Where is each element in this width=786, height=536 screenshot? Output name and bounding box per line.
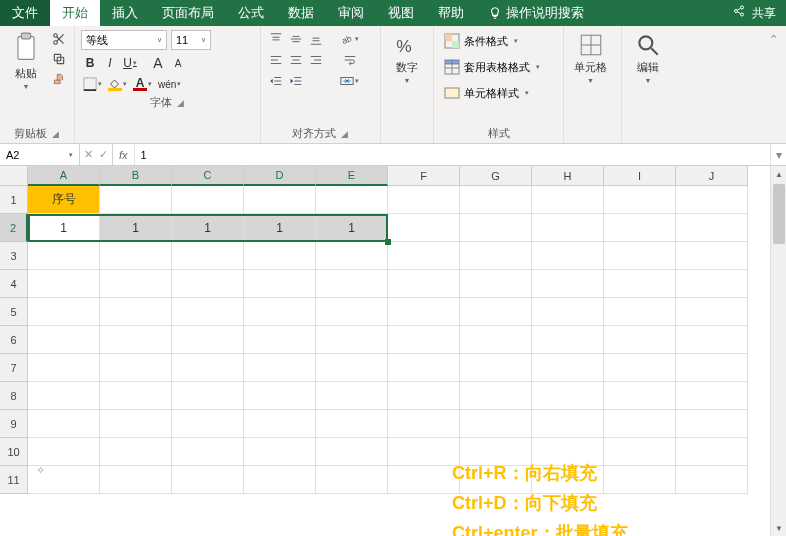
- select-all-corner[interactable]: [0, 166, 28, 186]
- cell-E7[interactable]: [316, 354, 388, 382]
- cell-C4[interactable]: [172, 270, 244, 298]
- scroll-up-button[interactable]: ▲: [771, 166, 786, 182]
- conditional-format-button[interactable]: 条件格式▾: [440, 30, 557, 52]
- paste-button[interactable]: 粘贴 ▼: [6, 30, 46, 92]
- cell-C2[interactable]: 1: [172, 214, 244, 242]
- cell-I11[interactable]: [604, 466, 676, 494]
- orientation-button[interactable]: ab▾: [340, 30, 359, 48]
- tab-page-layout[interactable]: 页面布局: [150, 0, 226, 26]
- row-header-3[interactable]: 3: [0, 242, 28, 270]
- cell-I7[interactable]: [604, 354, 676, 382]
- cut-button[interactable]: [50, 30, 68, 48]
- row-header-9[interactable]: 9: [0, 410, 28, 438]
- cell-C11[interactable]: [172, 466, 244, 494]
- cell-E5[interactable]: [316, 298, 388, 326]
- cell-E2[interactable]: 1: [316, 214, 388, 242]
- cell-F8[interactable]: [388, 382, 460, 410]
- cell-H2[interactable]: [532, 214, 604, 242]
- cell-I10[interactable]: [604, 438, 676, 466]
- cell-F7[interactable]: [388, 354, 460, 382]
- tab-review[interactable]: 审阅: [326, 0, 376, 26]
- cell-G7[interactable]: [460, 354, 532, 382]
- format-painter-button[interactable]: [50, 70, 68, 88]
- cell-B9[interactable]: [100, 410, 172, 438]
- cell-D10[interactable]: [244, 438, 316, 466]
- align-bottom-button[interactable]: [307, 30, 325, 48]
- column-header-G[interactable]: G: [460, 166, 532, 186]
- font-launcher[interactable]: ◢: [176, 98, 186, 108]
- row-header-1[interactable]: 1: [0, 186, 28, 214]
- tab-file[interactable]: 文件: [0, 0, 50, 26]
- cell-J8[interactable]: [676, 382, 748, 410]
- decrease-indent-button[interactable]: [267, 72, 285, 90]
- align-right-button[interactable]: [307, 51, 325, 69]
- cell-A9[interactable]: [28, 410, 100, 438]
- align-top-button[interactable]: [267, 30, 285, 48]
- cell-B5[interactable]: [100, 298, 172, 326]
- row-header-10[interactable]: 10: [0, 438, 28, 466]
- number-format-button[interactable]: % 数字 ▼: [387, 30, 427, 86]
- collapse-ribbon-button[interactable]: ⌃: [764, 30, 782, 48]
- cell-H1[interactable]: [532, 186, 604, 214]
- cell-J4[interactable]: [676, 270, 748, 298]
- cell-J6[interactable]: [676, 326, 748, 354]
- tab-formulas[interactable]: 公式: [226, 0, 276, 26]
- cell-A11[interactable]: [28, 466, 100, 494]
- cell-A4[interactable]: [28, 270, 100, 298]
- tab-help[interactable]: 帮助: [426, 0, 476, 26]
- cancel-edit-button[interactable]: ✕: [84, 148, 93, 161]
- column-header-H[interactable]: H: [532, 166, 604, 186]
- cell-F9[interactable]: [388, 410, 460, 438]
- cell-G5[interactable]: [460, 298, 532, 326]
- name-box[interactable]: A2 ▾: [0, 144, 80, 165]
- phonetic-button[interactable]: wén▾: [156, 75, 183, 93]
- row-header-5[interactable]: 5: [0, 298, 28, 326]
- cell-G6[interactable]: [460, 326, 532, 354]
- cell-G10[interactable]: [460, 438, 532, 466]
- cell-D3[interactable]: [244, 242, 316, 270]
- fill-handle[interactable]: [385, 239, 391, 245]
- formula-input[interactable]: 1: [135, 144, 770, 165]
- cell-G2[interactable]: [460, 214, 532, 242]
- column-header-D[interactable]: D: [244, 166, 316, 186]
- editing-button[interactable]: 编辑 ▼: [628, 30, 668, 86]
- cell-B11[interactable]: [100, 466, 172, 494]
- cell-F10[interactable]: [388, 438, 460, 466]
- row-header-6[interactable]: 6: [0, 326, 28, 354]
- cell-C8[interactable]: [172, 382, 244, 410]
- wrap-text-button[interactable]: [340, 51, 359, 69]
- cell-D1[interactable]: [244, 186, 316, 214]
- cell-B2[interactable]: 1: [100, 214, 172, 242]
- scroll-thumb[interactable]: [773, 184, 785, 244]
- cells-button[interactable]: 单元格 ▼: [570, 30, 611, 86]
- cell-A1[interactable]: 序号: [28, 186, 100, 214]
- cell-I5[interactable]: [604, 298, 676, 326]
- cell-H7[interactable]: [532, 354, 604, 382]
- cell-F1[interactable]: [388, 186, 460, 214]
- cell-A5[interactable]: [28, 298, 100, 326]
- cell-H10[interactable]: [532, 438, 604, 466]
- cell-B3[interactable]: [100, 242, 172, 270]
- cell-H5[interactable]: [532, 298, 604, 326]
- font-color-button[interactable]: A▾: [131, 75, 154, 93]
- cell-J10[interactable]: [676, 438, 748, 466]
- bold-button[interactable]: B: [81, 54, 99, 72]
- tab-view[interactable]: 视图: [376, 0, 426, 26]
- cell-J9[interactable]: [676, 410, 748, 438]
- column-header-F[interactable]: F: [388, 166, 460, 186]
- cell-A7[interactable]: [28, 354, 100, 382]
- cell-F11[interactable]: [388, 466, 460, 494]
- cell-D6[interactable]: [244, 326, 316, 354]
- cell-C1[interactable]: [172, 186, 244, 214]
- cell-C7[interactable]: [172, 354, 244, 382]
- font-size-select[interactable]: 11∨: [171, 30, 211, 50]
- cell-A3[interactable]: [28, 242, 100, 270]
- cell-J5[interactable]: [676, 298, 748, 326]
- cell-J1[interactable]: [676, 186, 748, 214]
- row-header-11[interactable]: 11: [0, 466, 28, 494]
- scroll-down-button[interactable]: ▼: [771, 520, 786, 536]
- row-header-4[interactable]: 4: [0, 270, 28, 298]
- cell-G4[interactable]: [460, 270, 532, 298]
- cell-E4[interactable]: [316, 270, 388, 298]
- alignment-launcher[interactable]: ◢: [340, 129, 350, 139]
